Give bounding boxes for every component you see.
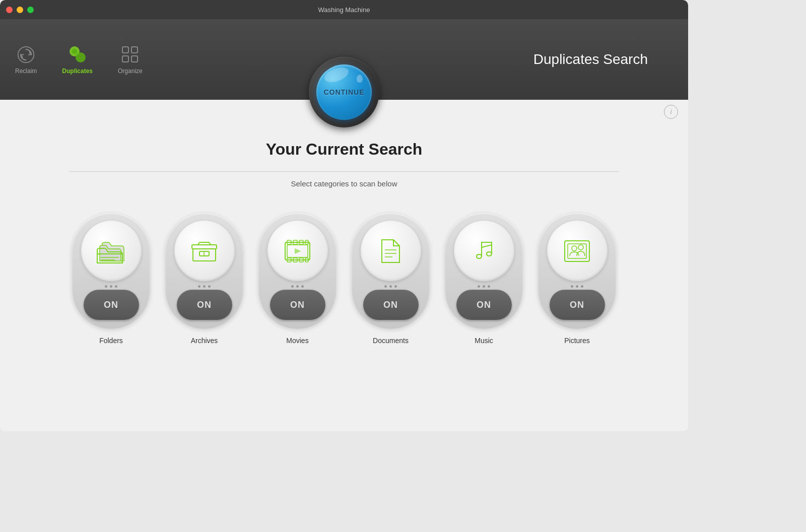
movies-icon [281,235,314,268]
folders-icon-circle [81,221,142,281]
category-music: ON Music [445,213,523,345]
category-label-movies: Movies [286,337,308,345]
category-label-documents: Documents [373,337,409,345]
divider [69,171,620,172]
svg-rect-4 [122,47,128,53]
close-button[interactable] [6,7,13,13]
category-archives: ON Archives [165,213,243,345]
category-folders: ON Folders [72,213,150,345]
category-movies: ON Movies [258,213,337,345]
section-title: Duplicates Search [533,51,648,68]
toggle-folders[interactable]: ON [72,213,150,329]
toggle-on-documents[interactable]: ON [363,290,419,320]
app-window: Washing Machine Reclaim [0,0,688,431]
category-label-pictures: Pictures [564,337,590,345]
category-documents: ON Documents [352,213,430,345]
toggle-on-pictures[interactable]: ON [550,290,605,320]
organize-icon [120,44,140,64]
svg-rect-10 [192,245,217,249]
duplicates-icon [68,44,88,64]
info-button[interactable]: i [664,105,678,119]
continue-label: CONTINUE [323,88,364,97]
toggle-state-movies: ON [290,300,305,310]
toggle-documents[interactable]: ON [352,213,430,329]
svg-rect-6 [122,56,128,62]
svg-rect-7 [131,56,138,62]
toggle-archives[interactable]: ON [165,213,243,329]
toggle-on-folders[interactable]: ON [84,290,139,320]
toggle-dots-archives [198,285,211,288]
sidebar-item-organize[interactable]: Organize [118,44,143,75]
archives-icon [188,235,221,268]
archives-icon-circle [174,221,235,281]
pictures-icon-circle [547,221,608,281]
category-label-archives: Archives [191,337,218,345]
toggle-on-movies[interactable]: ON [270,290,325,320]
svg-point-3 [72,49,77,54]
sidebar-item-duplicates[interactable]: Duplicates [62,44,93,75]
svg-point-31 [572,246,577,251]
continue-button[interactable]: CONTINUE [316,64,372,120]
svg-point-2 [76,52,86,62]
toggle-state-music: ON [477,300,491,310]
toggle-state-archives: ON [197,300,212,310]
toggle-state-documents: ON [383,300,398,310]
toggle-dots-movies [291,285,304,288]
page-title: Your Current Search [266,140,423,159]
toolbar: Reclaim Duplicates [0,19,688,100]
organize-label: Organize [118,68,143,75]
movies-icon-circle [267,221,328,281]
svg-point-32 [578,245,583,250]
traffic-lights [6,7,34,13]
toggle-pictures[interactable]: ON [538,213,616,329]
categories-grid: ON Folders [72,208,616,350]
duplicates-label: Duplicates [62,68,93,75]
title-bar: Washing Machine [0,0,688,19]
subtitle: Select categories to scan below [291,179,397,188]
svg-rect-30 [568,244,586,258]
svg-rect-5 [131,47,138,53]
toggle-dots-folders [105,285,117,288]
maximize-button[interactable] [27,7,34,13]
nav-items: Reclaim Duplicates [15,44,143,75]
category-pictures: ON Pictures [538,213,616,345]
continue-button-container: CONTINUE [309,57,379,127]
toggle-on-music[interactable]: ON [456,290,512,320]
info-icon: i [670,108,671,116]
category-label-music: Music [475,337,493,345]
category-label-folders: Folders [99,337,123,345]
toggle-on-archives[interactable]: ON [177,290,232,320]
toggle-dots-pictures [571,285,583,288]
documents-icon [374,235,407,268]
reclaim-icon [16,44,36,64]
documents-icon-circle [361,221,421,281]
music-icon-circle [454,221,514,281]
minimize-button[interactable] [17,7,23,13]
music-icon [467,235,500,268]
toggle-dots-music [478,285,490,288]
toggle-dots-documents [384,285,397,288]
reclaim-label: Reclaim [15,68,37,75]
toggle-state-pictures: ON [570,300,584,310]
sidebar-item-reclaim[interactable]: Reclaim [15,44,37,75]
folders-icon [95,235,127,268]
main-content: Your Current Search Select categories to… [0,100,688,431]
toggle-state-folders: ON [104,300,118,310]
pictures-icon [561,235,593,268]
continue-outer-ring: CONTINUE [309,57,379,127]
window-title: Washing Machine [318,6,370,14]
toggle-music[interactable]: ON [445,213,523,329]
toggle-movies[interactable]: ON [258,213,337,329]
